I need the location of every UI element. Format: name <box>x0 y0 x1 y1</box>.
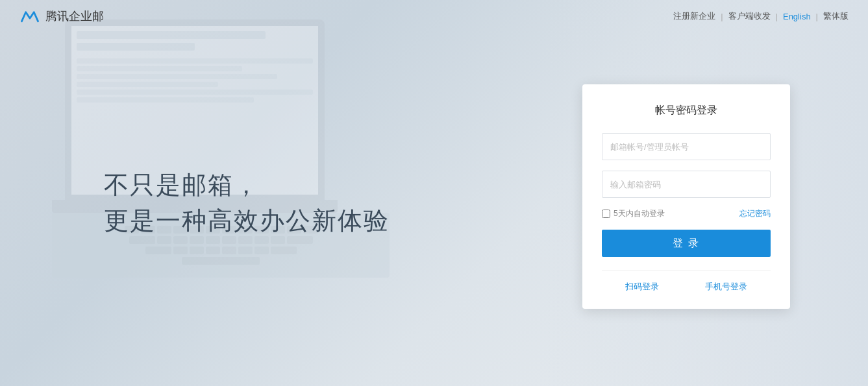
login-button[interactable]: 登 录 <box>602 230 771 257</box>
nav-english[interactable]: English <box>783 12 811 21</box>
options-row: 5天内自动登录 忘记密码 <box>602 208 771 219</box>
scan-login-link[interactable]: 扫码登录 <box>625 281 659 293</box>
auto-login-label[interactable]: 5天内自动登录 <box>602 208 665 219</box>
login-title: 帐号密码登录 <box>602 104 771 117</box>
auto-login-text: 5天内自动登录 <box>614 208 665 219</box>
nav-sep-3: | <box>816 12 818 21</box>
logo-area: 腾讯企业邮 <box>19 8 104 24</box>
divider <box>602 270 771 271</box>
password-input-group <box>602 171 771 198</box>
email-input[interactable] <box>602 133 771 160</box>
nav-register[interactable]: 注册新企业 <box>673 10 715 22</box>
email-input-group <box>602 133 771 160</box>
header-nav: 注册新企业 | 客户端收发 | English | 繁体版 <box>673 10 849 22</box>
logo-text: 腾讯企业邮 <box>45 8 104 24</box>
nav-traditional[interactable]: 繁体版 <box>823 10 849 22</box>
login-card: 帐号密码登录 5天内自动登录 忘记密码 登 录 扫码登录 手机号登录 <box>582 84 790 309</box>
nav-sep-2: | <box>776 12 778 21</box>
logo-icon <box>19 9 40 23</box>
hero-text: 不只是邮箱， 更是一种高效办公新体验 <box>104 169 390 237</box>
header: 腾讯企业邮 注册新企业 | 客户端收发 | English | 繁体版 <box>0 0 868 32</box>
nav-client[interactable]: 客户端收发 <box>728 10 771 22</box>
background-laptop <box>52 19 390 292</box>
password-input[interactable] <box>602 171 771 198</box>
forgot-password-link[interactable]: 忘记密码 <box>739 208 771 219</box>
auto-login-checkbox[interactable] <box>602 210 610 218</box>
phone-login-link[interactable]: 手机号登录 <box>705 281 747 293</box>
hero-line2: 更是一种高效办公新体验 <box>104 204 390 237</box>
alt-login-row: 扫码登录 手机号登录 <box>602 281 771 293</box>
nav-sep-1: | <box>721 12 723 21</box>
hero-line1: 不只是邮箱， <box>104 169 390 202</box>
